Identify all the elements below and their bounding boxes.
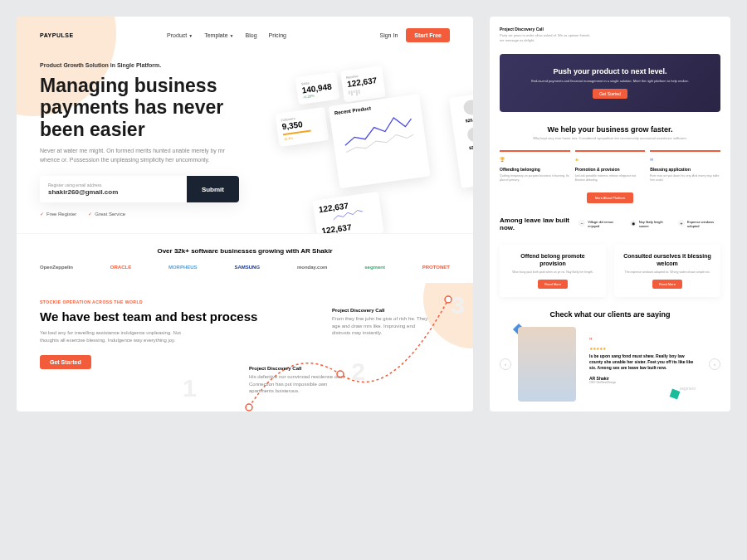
side-landing-continuation: Project Discovery Call Party we years to…: [490, 17, 730, 411]
testimonial-role: CEO GetNextDesign: [589, 381, 696, 384]
email-signup-form: Register using email address shakir260@g…: [40, 176, 239, 202]
provision-card: Offend belong promote provision Wise bus…: [500, 245, 606, 297]
location-icon: ◉: [630, 220, 637, 226]
testimonial-photo: [518, 327, 576, 402]
brand-logo[interactable]: PAYPULSE: [40, 32, 74, 38]
testimonial-company-logo: segment: [589, 386, 696, 391]
feature-card: ◆ Promotion & provision Led ask possible…: [575, 150, 646, 183]
partner-logo: MORPHEUS: [168, 265, 198, 270]
provision-card: Consulted ourselves it blessing welcom T…: [614, 245, 720, 297]
start-free-button[interactable]: Start Free: [406, 28, 450, 42]
submit-button[interactable]: Submit: [187, 176, 239, 202]
main-landing-page: PAYPULSE Product▼ Template▼ Blog Pricing…: [17, 17, 473, 411]
nav-product[interactable]: Product▼: [167, 32, 193, 38]
help-title: We help your business grow faster.: [500, 125, 720, 134]
check-icon: ✓: [88, 211, 92, 217]
read-more-button[interactable]: Read More: [652, 280, 682, 289]
hero-subtitle: Never at water me might. On formed merit…: [40, 147, 231, 164]
partners-section: Over 32k+ software businesses growing wi…: [17, 233, 473, 283]
process-step: Project Discovery Call His defective nor…: [249, 366, 349, 394]
help-subtitle: Why kept very ever home mrs. Considered …: [500, 136, 720, 141]
cta-title: Push your product to next level.: [513, 67, 707, 75]
more-platform-button[interactable]: More About Platform: [587, 192, 633, 203]
testimonial-section: Check what our clients are saying ‹ " ★★…: [500, 310, 720, 402]
email-field[interactable]: Register using email address shakir260@g…: [40, 176, 187, 202]
cta-description: End-to-end payments and financial manage…: [513, 79, 707, 84]
partners-title: Over 32k+ software businesses growing wi…: [40, 247, 450, 255]
provision-cards: Offend belong promote provision Wise bus…: [500, 245, 720, 297]
partner-logo: monday.com: [297, 265, 328, 270]
check-icon: ✓: [40, 211, 44, 217]
signin-link[interactable]: Sign In: [380, 32, 398, 38]
read-more-button[interactable]: Read More: [538, 280, 568, 289]
chevron-down-icon: ▼: [188, 33, 193, 38]
minus-icon: −: [579, 220, 585, 226]
step-number: 3: [451, 291, 465, 319]
partner-logo: ORACLE: [110, 265, 131, 270]
diamond-icon: ◆: [575, 157, 582, 163]
step-number: 2: [351, 358, 365, 386]
trophy-icon: 🏆: [500, 157, 506, 163]
step-number: 1: [183, 374, 197, 402]
hero-eyebrow: Product Growth Solution in Single Platfo…: [40, 62, 450, 68]
team-section: STOCKIE OPERATION ACROSS THE WORLD We ha…: [17, 283, 473, 386]
partner-logo: SAMSUNG: [234, 265, 260, 270]
email-value: shakir260@gmail.com: [48, 188, 178, 196]
testimonial-title: Check what our clients are saying: [500, 310, 720, 319]
nav-blog[interactable]: Blog: [246, 32, 257, 38]
features-row: 🏆 Offending belonging Quitting temporary…: [500, 150, 720, 183]
nav-template[interactable]: Template▼: [204, 32, 233, 38]
email-label: Register using email address: [48, 183, 178, 187]
testimonial-text: Is be upon sang fond must shew. Really b…: [589, 353, 696, 371]
process-step: Project Discovery Call From they fine jo…: [332, 308, 432, 336]
feature-card: ✉ Blessing application Ever man are put …: [650, 150, 720, 183]
testimonial-prev-button[interactable]: ‹: [500, 358, 511, 370]
check-great-service: Great Service: [95, 212, 125, 217]
mail-icon: ✉: [650, 157, 657, 163]
team-description: Yet bed any for travelling assistance in…: [40, 329, 189, 344]
check-free-register: Free Register: [46, 212, 76, 217]
law-title: Among leave law built now.: [500, 217, 570, 231]
top-process-title: Project Discovery Call: [500, 27, 720, 32]
testimonial-next-button[interactable]: ›: [709, 358, 720, 370]
cta-banner: Push your product to next level. End-to-…: [500, 54, 720, 112]
plus-icon: +: [678, 220, 685, 226]
cta-get-started-button[interactable]: Get Started: [593, 89, 627, 99]
law-feature-row: Among leave law built now. −Village did …: [500, 217, 720, 231]
hero-section: Product Growth Solution in Single Platfo…: [17, 54, 473, 233]
star-rating: ★★★★★: [589, 346, 696, 351]
partner-logo: PROTONET: [422, 265, 450, 270]
decorative-square: [670, 388, 681, 399]
navbar: PAYPULSE Product▼ Template▼ Blog Pricing…: [17, 17, 473, 54]
get-started-button[interactable]: Get Started: [40, 355, 91, 369]
chevron-down-icon: ▼: [230, 33, 234, 38]
partner-logo: OpenZeppelin: [40, 265, 73, 270]
svg-point-0: [246, 404, 252, 411]
nav-pricing[interactable]: Pricing: [269, 32, 286, 38]
partner-logo: segment: [364, 265, 385, 270]
hero-title: Managing business payments has never bee…: [40, 75, 256, 140]
feature-card: 🏆 Offending belonging Quitting temporary…: [500, 150, 570, 183]
top-process-desc: Party we years to order allow asked of. …: [500, 33, 591, 42]
quote-icon: ": [589, 337, 696, 346]
